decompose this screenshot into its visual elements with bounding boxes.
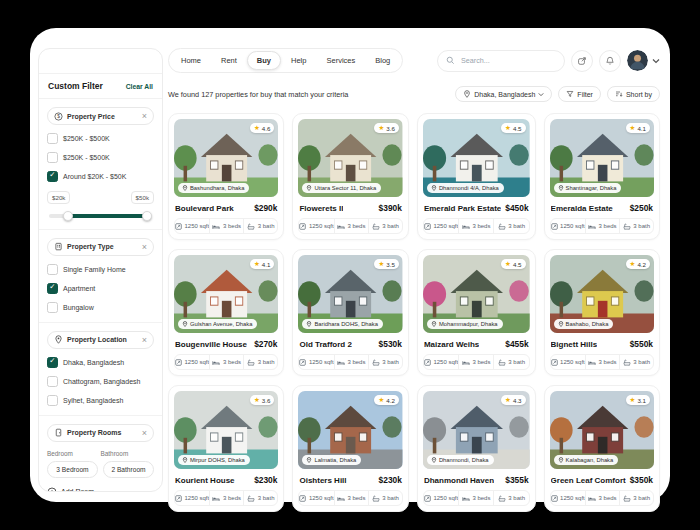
property-card[interactable]: ★ 4.1 Shantinagar, Dhaka Emeralda Estate… xyxy=(544,113,660,240)
location-chip-label: Gulshan Avenue, Dhaka xyxy=(190,321,252,327)
slider-track[interactable] xyxy=(49,214,152,218)
feature-sqft: 1250 sqft xyxy=(424,491,458,505)
share-button[interactable] xyxy=(571,50,593,72)
filter-button[interactable]: Filter xyxy=(558,86,601,102)
filter-sidebar: Custom Filter Clear All $Property Price×… xyxy=(38,48,163,492)
property-name: Kourient House xyxy=(175,476,235,485)
property-card[interactable]: ★ 4.2 Bashabo, Dhaka Bignett Hills $550k… xyxy=(544,249,660,376)
pin-icon xyxy=(306,185,312,191)
nav-item-help[interactable]: Help xyxy=(281,51,316,70)
star-icon: ★ xyxy=(254,124,260,132)
property-card[interactable]: ★ 3.1 Kalabagan, Dhaka Green Leaf Comfor… xyxy=(544,385,660,512)
filter-option[interactable]: Apartment xyxy=(47,283,154,294)
checkbox[interactable] xyxy=(47,171,58,182)
area-icon xyxy=(299,495,306,502)
nav-item-rent[interactable]: Rent xyxy=(211,51,247,70)
property-photo: ★ 3.5 Baridhara DOHS, Dhaka xyxy=(298,255,402,333)
property-name: Boulevard Park xyxy=(175,204,234,213)
clear-all-button[interactable]: Clear All xyxy=(126,83,153,90)
filter-section-title: Property Type xyxy=(67,243,138,250)
close-icon[interactable]: × xyxy=(142,430,147,436)
property-card[interactable]: ★ 4.6 Bashundhara, Dhaka Boulevard Park … xyxy=(168,113,284,240)
rooms-field-values: 3 Bedroom2 Bathroom xyxy=(47,461,154,478)
close-icon[interactable]: × xyxy=(142,113,147,119)
filter-option[interactable]: Chattogram, Bangladesh xyxy=(47,376,154,387)
area-icon xyxy=(551,223,558,230)
search-box[interactable] xyxy=(437,50,565,72)
filter-button-label: Filter xyxy=(577,91,593,98)
checkbox[interactable] xyxy=(47,152,58,163)
property-card[interactable]: ★ 4.3 Dhanmondi, Dhaka Dhanmondi Haven $… xyxy=(417,385,536,512)
location-selector[interactable]: Dhaka, Bangladesh xyxy=(455,86,552,102)
checkbox[interactable] xyxy=(47,376,58,387)
feature-beds: 3 beds xyxy=(585,219,619,233)
filter-option[interactable]: $250K - $500K xyxy=(47,133,154,144)
rating-badge: ★ 4.6 xyxy=(250,123,274,133)
filter-option[interactable]: Dhaka, Bangladesh xyxy=(47,357,154,368)
filter-section-price: $Property Price×$250K - $500K$250K - $50… xyxy=(39,99,162,230)
checkbox[interactable] xyxy=(47,133,58,144)
sidebar-logo-area xyxy=(39,49,162,74)
property-price: $355k xyxy=(505,475,528,485)
property-features: 1250 sqft 3 beds 3 bath xyxy=(298,218,402,234)
add-room-button[interactable]: Add Room xyxy=(47,487,154,493)
property-title-row: Bougenville House $270k xyxy=(174,339,278,349)
checkbox[interactable] xyxy=(47,357,58,368)
filter-option[interactable]: $250K - $500K xyxy=(47,152,154,163)
rating-value: 4.5 xyxy=(513,261,522,268)
star-icon: ★ xyxy=(630,124,636,132)
rooms-field-labels: BedroomBathroom xyxy=(47,450,154,457)
search-input[interactable] xyxy=(459,55,556,66)
property-price: $250k xyxy=(630,203,653,213)
property-card[interactable]: ★ 4.2 Lalmatia, Dhaka Oishters Hill $230… xyxy=(292,385,408,512)
star-icon: ★ xyxy=(378,260,384,268)
rating-badge: ★ 3.1 xyxy=(626,395,650,405)
filter-option[interactable]: Sylhet, Bangladesh xyxy=(47,395,154,406)
account-chevron-down-icon[interactable] xyxy=(652,58,660,64)
chevron-down-icon xyxy=(538,92,544,97)
property-card[interactable]: ★ 4.5 Mohammadpur, Dhaka Maizard Weihs $… xyxy=(417,249,536,376)
property-name: Old Trafford 2 xyxy=(299,340,351,349)
rooms-field-value[interactable]: 2 Bathroom xyxy=(103,461,154,478)
share-icon xyxy=(577,56,587,66)
user-avatar[interactable] xyxy=(627,50,648,71)
notifications-button[interactable] xyxy=(599,50,621,72)
property-price: $350k xyxy=(630,475,653,485)
nav-item-home[interactable]: Home xyxy=(171,51,211,70)
property-features: 1250 sqft 3 beds 3 bath xyxy=(298,354,402,370)
property-card[interactable]: ★ 3.5 Baridhara DOHS, Dhaka Old Trafford… xyxy=(292,249,408,376)
nav-item-buy[interactable]: Buy xyxy=(247,51,281,70)
filter-option[interactable]: Around $20K - $50K xyxy=(47,171,154,182)
checkbox[interactable] xyxy=(47,395,58,406)
checkbox[interactable] xyxy=(47,283,58,294)
close-icon[interactable]: × xyxy=(142,244,147,250)
filter-option[interactable]: Single Family Home xyxy=(47,264,154,275)
bed-icon xyxy=(462,359,470,366)
property-card[interactable]: ★ 3.6 Mirpur DOHS, Dhaka Kourient House … xyxy=(168,385,284,512)
property-name: Green Leaf Comfort xyxy=(551,476,626,485)
rooms-field-value[interactable]: 3 Bedroom xyxy=(47,461,98,478)
bed-icon xyxy=(588,359,596,366)
nav-item-blog[interactable]: Blog xyxy=(365,51,400,70)
slider-handle-max[interactable] xyxy=(142,211,152,221)
close-icon[interactable]: × xyxy=(142,337,147,343)
property-features: 1250 sqft 3 beds 3 bath xyxy=(423,354,530,370)
filter-section-title: Property Location xyxy=(67,336,138,343)
property-card[interactable]: ★ 3.6 Uttara Sector 11, Dhaka Flowerets … xyxy=(292,113,408,240)
slider-handle-min[interactable] xyxy=(63,211,73,221)
nav-item-services[interactable]: Services xyxy=(316,51,365,70)
sort-button[interactable]: Short by xyxy=(607,86,660,102)
filter-section-title: Property Rooms xyxy=(67,429,138,436)
sort-button-label: Short by xyxy=(626,91,652,98)
location-chip: Baridhara DOHS, Dhaka xyxy=(302,319,382,329)
property-features: 1250 sqft 3 beds 3 bath xyxy=(550,490,654,506)
property-card[interactable]: ★ 4.5 Dhanmondi 4/A, Dhaka Emerald Park … xyxy=(417,113,536,240)
checkbox[interactable] xyxy=(47,302,58,313)
property-photo: ★ 3.1 Kalabagan, Dhaka xyxy=(550,391,654,469)
filter-option[interactable]: Bungalow xyxy=(47,302,154,313)
bed-icon xyxy=(212,223,220,230)
star-icon: ★ xyxy=(630,396,636,404)
property-card[interactable]: ★ 4.1 Gulshan Avenue, Dhaka Bougenville … xyxy=(168,249,284,376)
filter-section-location: Property Location×Dhaka, BangladeshChatt… xyxy=(39,323,162,416)
checkbox[interactable] xyxy=(47,264,58,275)
